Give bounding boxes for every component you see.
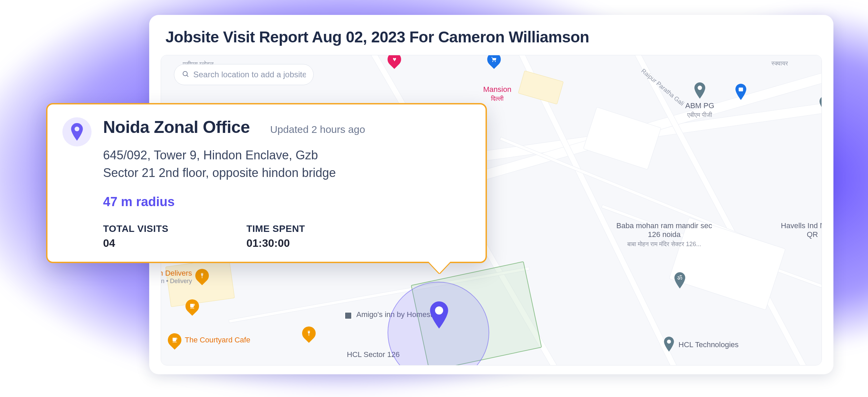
pin-icon <box>693 82 707 100</box>
map-poi-pink[interactable]: ♥ <box>388 55 401 66</box>
stat-visits-value: 04 <box>103 237 169 250</box>
poi-label: The Courtyard Cafe <box>185 336 250 344</box>
jobsite-updated: Updated 2 hours ago <box>270 124 365 135</box>
jobsite-radius: 47 m radius <box>103 195 471 209</box>
poi-sub: बाबा मोहन राम मंदिर सेक्टर 126... <box>627 241 701 248</box>
pin-icon <box>663 337 675 353</box>
poi-sub: एबीएम पीजी <box>687 112 712 119</box>
svg-point-8 <box>75 126 79 131</box>
cafe-pin-icon <box>183 297 202 316</box>
poi-sub: दिल्ली <box>491 95 504 102</box>
svg-rect-1 <box>739 87 743 91</box>
svg-point-5 <box>435 306 443 315</box>
restaurant-pin-icon <box>193 266 212 285</box>
map-poi-abm[interactable]: ABM PG एबीएम पीजी <box>685 82 714 119</box>
svg-point-0 <box>697 86 702 90</box>
stat-time-value: 01:30:00 <box>246 237 305 250</box>
jobsite-address-line1: 645/092, Tower 9, Hindon Enclave, Gzb <box>103 146 471 164</box>
stat-visits-label: TOTAL VISITS <box>103 223 169 234</box>
poi-label: HCL Technologies <box>678 340 738 349</box>
map-poi-courtyard[interactable]: The Courtyard Cafe <box>168 333 250 347</box>
poi-label: Mansion <box>483 85 511 94</box>
poi-sub: en • Delivery <box>161 278 192 285</box>
jobsite-address-line2: Sector 21 2nd floor, opposite hindon bri… <box>103 164 471 182</box>
map-poi-food3[interactable] <box>302 326 316 340</box>
map-poi-cafe2[interactable] <box>185 299 199 313</box>
map-poi-om[interactable]: ॐ <box>673 272 687 290</box>
search-icon <box>182 70 189 79</box>
map-poi-delivers[interactable]: n Delivers en • Delivery <box>161 269 209 285</box>
svg-point-6 <box>183 72 188 76</box>
poi-label: ABM PG <box>685 101 714 110</box>
map-poi-shop[interactable] <box>734 84 748 101</box>
map-poi-hcl[interactable]: HCL Technologies <box>663 337 738 353</box>
map-poi-square[interactable] <box>344 312 352 320</box>
location-pin-icon <box>62 117 92 146</box>
jobsite-pin-icon[interactable] <box>428 301 450 330</box>
map-poi-havells[interactable]: Havells Ind Noida - QR <box>780 221 822 239</box>
stat-time-label: TIME SPENT <box>246 223 305 234</box>
map-poi-mansion[interactable]: Mansion दिल्ली <box>483 85 511 102</box>
shopping-pin-icon <box>734 84 748 101</box>
jobsite-callout: Noida Zonal Office Updated 2 hours ago 6… <box>46 103 487 263</box>
pin-icon <box>818 96 822 114</box>
map-poi-generic[interactable] <box>818 96 822 114</box>
map-poi-mandir[interactable]: Baba mohan ram mandir sec 126 noida बाबा… <box>610 221 718 248</box>
search-location-input[interactable] <box>193 70 306 79</box>
jobsite-name: Noida Zonal Office <box>103 117 250 137</box>
map-poi-cart[interactable] <box>487 55 501 66</box>
search-location-input-wrap[interactable] <box>174 64 314 85</box>
page-title: Jobsite Visit Report Aug 02, 2023 For Ca… <box>149 15 833 55</box>
cart-pin-icon <box>485 55 504 69</box>
om-pin-icon: ॐ <box>673 272 687 290</box>
svg-point-4 <box>667 340 671 344</box>
poi-label: n Delivers <box>161 269 192 278</box>
restaurant-pin-icon <box>299 324 319 343</box>
poi-label: Havells Ind Noida - QR <box>780 221 822 239</box>
svg-text:ॐ: ॐ <box>677 274 683 281</box>
svg-line-7 <box>187 75 188 77</box>
heart-pin-icon: ♥ <box>385 55 404 69</box>
cafe-pin-icon <box>165 331 184 350</box>
poi-label: Baba mohan ram mandir sec 126 noida <box>610 221 718 239</box>
map-label: स्क्वायर <box>771 60 788 67</box>
